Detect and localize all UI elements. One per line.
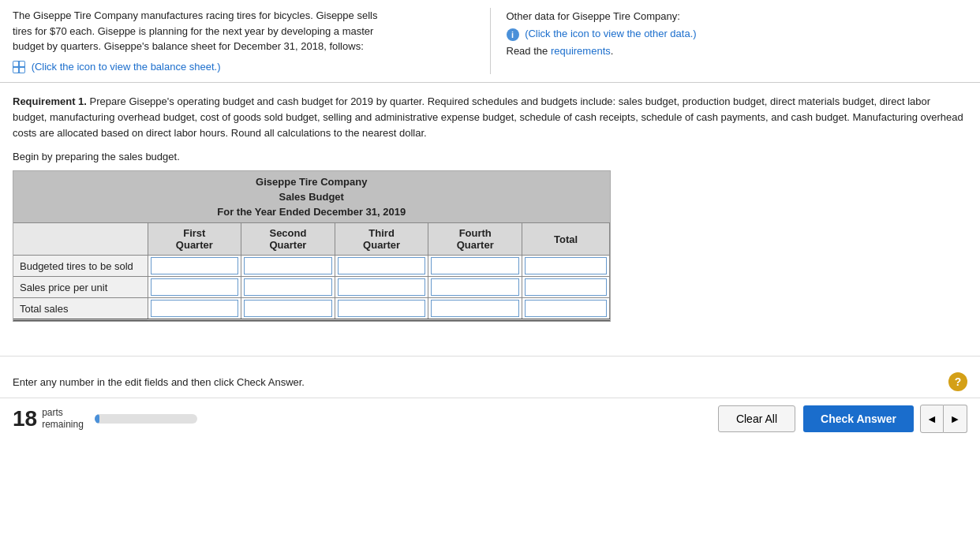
row3-q3-input[interactable] [338, 300, 426, 317]
company-description: The Giseppe Tire Company manufactures ra… [13, 8, 474, 54]
begin-text: Begin by preparing the sales budget. [13, 151, 967, 162]
parts-remaining: 18 parts remaining [13, 407, 197, 431]
row1-q1-cell [148, 256, 241, 277]
nav-next-button[interactable]: ► [944, 405, 967, 433]
row2-q2-input[interactable] [244, 278, 332, 296]
table-row: Budgeted tires to be sold [13, 256, 610, 277]
nav-previous-button[interactable]: ◄ [920, 405, 944, 433]
row1-q3-cell [335, 256, 428, 277]
parts-number: 18 [13, 408, 37, 430]
row2-total-cell [522, 277, 610, 298]
check-answer-button[interactable]: Check Answer [803, 405, 914, 432]
row3-q2-cell [241, 298, 335, 320]
top-right-panel: Other data for Giseppe Tire Company: i (… [491, 8, 968, 74]
info-icon: i [507, 28, 519, 41]
footer-instruction-text: Enter any number in the edit fields and … [13, 376, 305, 388]
svg-rect-2 [13, 68, 18, 73]
footer-instruction-bar: Enter any number in the edit fields and … [0, 356, 980, 398]
row1-total-cell [522, 256, 610, 277]
col-fourth-quarter-header: FourthQuarter [428, 223, 522, 256]
requirements-link[interactable]: requirements [551, 45, 611, 57]
table-period-header: For the Year Ended December 31, 2019 [13, 204, 610, 223]
requirement-text: Requirement 1. Prepare Giseppe's operati… [13, 94, 967, 141]
row3-total-cell [522, 298, 610, 320]
main-content: Requirement 1. Prepare Giseppe's operati… [0, 83, 980, 332]
progress-bar-fill [95, 414, 100, 424]
row1-total-input[interactable] [525, 257, 607, 274]
row2-q3-cell [335, 277, 428, 298]
balance-sheet-link-row: (Click the icon to view the balance shee… [13, 59, 474, 75]
row1-q2-cell [241, 256, 335, 277]
row1-q1-input[interactable] [151, 257, 239, 274]
row1-q2-input[interactable] [244, 257, 332, 274]
row1-q4-input[interactable] [431, 257, 519, 274]
row2-q4-input[interactable] [431, 278, 519, 296]
row3-q3-cell [335, 298, 428, 320]
row2-q1-input[interactable] [151, 278, 239, 296]
row2-q1-cell [148, 277, 241, 298]
table-row: Sales price per unit [13, 277, 610, 298]
col-third-quarter-header: ThirdQuarter [335, 223, 428, 256]
grid-icon [13, 61, 25, 73]
row3-label: Total sales [13, 298, 148, 320]
other-data-link[interactable]: (Click the icon to view the other data.) [525, 28, 697, 39]
row1-q4-cell [428, 256, 522, 277]
progress-bar [95, 414, 197, 424]
balance-sheet-link[interactable]: (Click the icon to view the balance shee… [32, 61, 221, 73]
budget-table: Giseppe Tire Company Sales Budget For th… [13, 171, 610, 321]
col-total-header: Total [522, 223, 610, 256]
requirement-label: Requirement 1. [13, 95, 87, 107]
top-section: The Giseppe Tire Company manufactures ra… [0, 0, 980, 83]
row2-q4-cell [428, 277, 522, 298]
svg-rect-1 [20, 62, 24, 66]
row3-total-input[interactable] [525, 300, 607, 317]
row3-q1-input[interactable] [151, 300, 239, 317]
row3-q2-input[interactable] [244, 300, 332, 317]
help-icon[interactable]: ? [948, 372, 967, 391]
bottom-bar: 18 parts remaining Clear All Check Answe… [0, 398, 980, 439]
table-company-header: Giseppe Tire Company [13, 171, 610, 189]
row1-label: Budgeted tires to be sold [13, 256, 148, 277]
row2-q3-input[interactable] [338, 278, 426, 296]
col-first-quarter-header: FirstQuarter [148, 223, 241, 256]
top-left-panel: The Giseppe Tire Company manufactures ra… [13, 8, 491, 74]
row2-q2-cell [241, 277, 335, 298]
table-title-header: Sales Budget [13, 189, 610, 204]
row1-q3-input[interactable] [338, 257, 426, 274]
parts-label: parts remaining [42, 407, 84, 431]
col-label-header [13, 223, 148, 256]
row3-q1-cell [148, 298, 241, 320]
svg-rect-3 [20, 68, 24, 73]
row2-label: Sales price per unit [13, 277, 148, 298]
row2-total-input[interactable] [525, 278, 607, 296]
col-second-quarter-header: SecondQuarter [241, 223, 335, 256]
svg-rect-0 [13, 62, 18, 66]
other-data-heading: Other data for Giseppe Tire Company: [507, 8, 968, 25]
row3-q4-cell [428, 298, 522, 320]
column-headers-row: FirstQuarter SecondQuarter ThirdQuarter … [13, 223, 610, 256]
budget-table-wrapper: Giseppe Tire Company Sales Budget For th… [13, 170, 611, 322]
row3-q4-input[interactable] [431, 300, 519, 317]
clear-all-button[interactable]: Clear All [718, 405, 795, 432]
requirements-row: Read the requirements. [507, 43, 968, 60]
other-data-link-row: i (Click the icon to view the other data… [507, 25, 968, 43]
table-row: Total sales [13, 298, 610, 320]
